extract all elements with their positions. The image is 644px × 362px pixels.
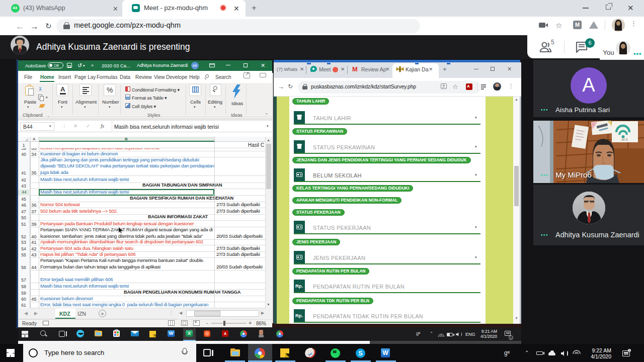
svg-text:wi-fi: wi-fi: [621, 138, 628, 141]
